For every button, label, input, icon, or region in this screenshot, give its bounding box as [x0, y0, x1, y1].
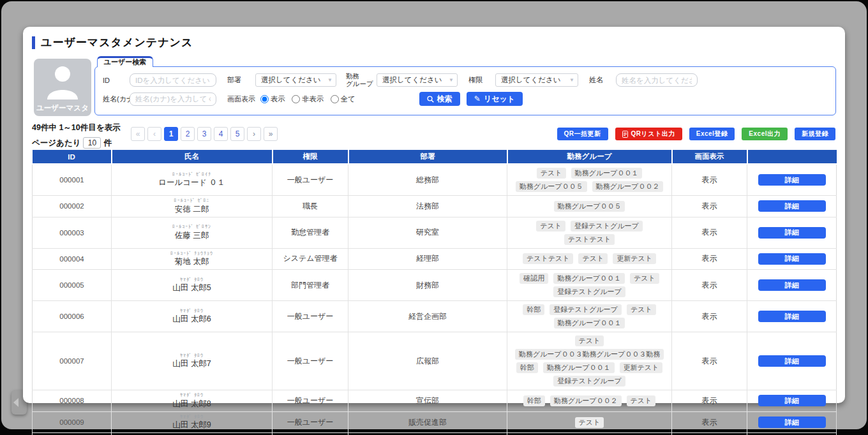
- work-group-tag: 登録テストグループ: [553, 286, 625, 297]
- name-text: 山田 太郎7: [114, 358, 269, 369]
- radio-input-all[interactable]: [331, 95, 339, 103]
- page-button-4[interactable]: 4: [214, 127, 228, 141]
- detail-button[interactable]: 詳細: [758, 174, 826, 186]
- work-group-tag: テストテスト: [564, 234, 615, 245]
- radio-display-hidden[interactable]: 非表示: [292, 94, 324, 104]
- department-cell: 経理部: [348, 248, 507, 270]
- work-group-tags: テストテストテスト更新テスト: [510, 252, 669, 265]
- detail-button[interactable]: 詳細: [758, 395, 826, 406]
- column-header-勤務グループ: 勤務グループ: [507, 150, 672, 164]
- radio-input-shown[interactable]: [260, 95, 269, 103]
- work-group-tags: 勤務グループ００５: [510, 200, 669, 213]
- chevron-down-icon: ▼: [327, 77, 333, 83]
- detail-button[interactable]: 詳細: [758, 311, 826, 322]
- reset-button[interactable]: ✎ リセット: [467, 92, 523, 106]
- column-header-actions: [747, 150, 837, 164]
- name-text: 菊地 太郎: [114, 256, 269, 267]
- work-groups-cell: テスト登録テストグループテストテスト: [507, 217, 672, 248]
- full-name-input[interactable]: [616, 73, 698, 87]
- permission-cell: 勤怠管理者: [273, 217, 348, 248]
- work-group-tag: 勤務グループ００５: [554, 201, 625, 212]
- work-group-tag: テスト: [630, 273, 659, 284]
- name-furigana: ﾛｰﾙｺｰﾄﾞ ｾﾞﾛｻﾝ: [114, 224, 269, 230]
- page-button-1[interactable]: 1: [164, 127, 178, 141]
- detail-cell: 詳細: [747, 248, 837, 270]
- qr-batch-update-button[interactable]: QR一括更新: [557, 128, 608, 140]
- page-button-3[interactable]: 3: [197, 127, 211, 141]
- detail-cell: 詳細: [747, 332, 837, 390]
- work-group-tag: 勤務グループ００１: [553, 273, 625, 284]
- pager-first-button[interactable]: «: [131, 127, 145, 141]
- page-button-5[interactable]: 5: [230, 127, 244, 141]
- screen-display-cell: 表示: [672, 332, 747, 390]
- detail-button[interactable]: 詳細: [758, 200, 826, 212]
- work-group-tag: テスト: [537, 168, 566, 179]
- work-groups-cell: テスト勤務グループ００１勤務グループ００５勤務グループ００２: [507, 164, 672, 196]
- name-furigana: ﾛｰﾙｺｰﾄﾞ ﾁｮｳﾁｮｳ: [114, 251, 269, 257]
- screen-display-cell: 表示: [672, 196, 747, 218]
- name-text: 山田 太郎5: [114, 283, 269, 293]
- per-page-input[interactable]: [83, 137, 101, 149]
- user-name-cell: ﾛｰﾙｺｰﾄﾞ ｾﾞﾛﾆ安徳 二郎: [112, 196, 273, 218]
- detail-button[interactable]: 詳細: [758, 227, 826, 239]
- user-id-cell: 000004: [33, 248, 112, 270]
- detail-button[interactable]: 詳細: [758, 417, 826, 428]
- page-button-2[interactable]: 2: [181, 127, 195, 141]
- search-button[interactable]: 検索: [419, 92, 460, 106]
- detail-button[interactable]: 詳細: [758, 253, 826, 265]
- work-group-tags: テスト勤務グループ００１勤務グループ００５勤務グループ００２: [510, 166, 669, 193]
- detail-button[interactable]: 詳細: [758, 355, 826, 367]
- work-group-select[interactable]: 選択してください ▼: [377, 73, 458, 87]
- pagination: «‹12345›»: [131, 127, 278, 141]
- user-id-cell: 000002: [33, 196, 112, 218]
- radio-display-all[interactable]: 全て: [331, 94, 355, 104]
- work-groups-cell: 幹部登録テストグループテスト勤務グループ００１: [507, 301, 672, 332]
- pager-prev-button[interactable]: ‹: [147, 127, 161, 141]
- name-furigana: ﾛｰﾙｺｰﾄﾞ ｾﾞﾛﾆ: [114, 198, 269, 204]
- per-page-control: ページあたり 件: [32, 137, 121, 149]
- work-group-tags: テスト登録テストグループテストテスト: [510, 219, 669, 246]
- user-master-tile[interactable]: ユーザーマスタ: [34, 59, 91, 116]
- kana-name-input[interactable]: [130, 92, 216, 106]
- excel-export-button[interactable]: Excel出力: [742, 128, 788, 140]
- column-header-ID: ID: [33, 150, 112, 164]
- name-furigana: ﾔﾏﾀﾞ ﾀﾛｳ: [114, 308, 269, 314]
- new-register-button[interactable]: 新規登録: [795, 128, 835, 140]
- work-group-tag: テスト: [575, 335, 604, 346]
- work-groups-cell: テストテストテスト更新テスト: [507, 248, 672, 270]
- tab-user-search[interactable]: ユーザー検索: [97, 56, 153, 67]
- detail-cell: 詳細: [747, 301, 837, 332]
- search-row-1: ID 部署 選択してください ▼ 勤務 グループ 選択してください ▼: [103, 73, 828, 87]
- search-row-2: 姓名(カナ) 画面表示 表示 非表示: [103, 92, 828, 106]
- department-cell: 宣伝部: [348, 390, 507, 412]
- department-cell: 広報部: [348, 332, 507, 390]
- radio-input-hidden[interactable]: [292, 95, 300, 103]
- screen-display-cell: 表示: [672, 390, 747, 412]
- department-select[interactable]: 選択してください ▼: [255, 73, 336, 87]
- detail-cell: 詳細: [747, 164, 837, 196]
- qr-list-export-button[interactable]: QRリスト出力: [615, 128, 682, 140]
- user-id-cell: 000001: [33, 164, 112, 196]
- permission-cell: 一般ユーザー: [273, 332, 348, 390]
- work-group-tag: 確認用: [520, 273, 548, 284]
- permission-select[interactable]: 選択してください ▼: [495, 73, 578, 87]
- pager-last-button[interactable]: »: [264, 127, 278, 141]
- work-group-tag: 登録テストグループ: [571, 221, 643, 232]
- work-group-tag: 勤務グループ００１: [554, 318, 625, 328]
- detail-cell: 詳細: [747, 270, 837, 301]
- pager-next-button[interactable]: ›: [247, 127, 261, 141]
- name-furigana: ﾔﾏﾀﾞ ﾀﾛｳ: [114, 353, 269, 359]
- work-groups-cell: 確認用勤務グループ００１テスト登録テストグループ: [507, 270, 672, 301]
- id-input[interactable]: [130, 73, 216, 87]
- detail-button[interactable]: 詳細: [758, 279, 826, 291]
- permission-cell: 一般ユーザー: [273, 301, 348, 332]
- work-group-tags: テスト: [510, 416, 669, 429]
- department-cell: 法務部: [348, 196, 507, 218]
- radio-display-shown[interactable]: 表示: [260, 94, 285, 104]
- work-groups-cell: テスト: [507, 411, 672, 433]
- excel-register-button[interactable]: Excel登録: [689, 128, 735, 140]
- name-text: ロールコード ０１: [114, 177, 269, 188]
- column-header-氏名: 氏名: [112, 150, 273, 164]
- department-cell: 販売促進部: [348, 411, 507, 433]
- table-row: 000004ﾛｰﾙｺｰﾄﾞ ﾁｮｳﾁｮｳ菊地 太郎システム管理者経理部テストテス…: [33, 248, 837, 270]
